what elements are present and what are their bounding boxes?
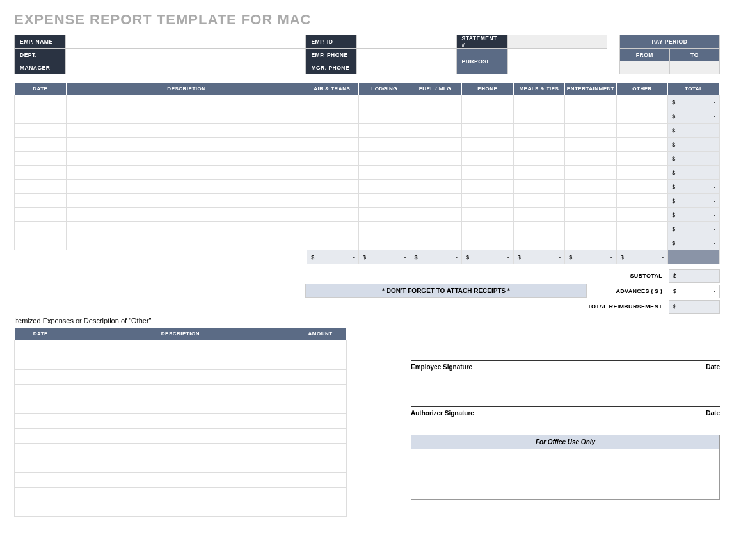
itemized-cell[interactable] [67,340,294,355]
expense-cell[interactable] [410,109,462,124]
expense-cell[interactable] [513,95,565,109]
expense-cell[interactable] [307,166,359,180]
itemized-cell[interactable] [15,444,67,458]
expense-cell[interactable] [513,109,565,124]
expense-cell[interactable] [513,166,565,180]
expense-cell[interactable] [565,180,617,194]
itemized-cell[interactable] [67,429,294,444]
expense-cell[interactable] [15,138,67,152]
expense-cell[interactable] [66,166,307,180]
expense-cell[interactable] [66,236,307,250]
expense-cell[interactable] [307,124,359,138]
expense-cell[interactable] [358,124,410,138]
expense-cell[interactable] [462,124,514,138]
itemized-cell[interactable] [15,385,67,399]
statement-input[interactable] [507,35,607,49]
itemized-cell[interactable] [15,488,67,502]
expense-cell[interactable] [358,109,410,124]
expense-cell[interactable] [565,194,617,208]
itemized-cell[interactable] [294,488,347,502]
itemized-cell[interactable] [15,414,67,429]
itemized-cell[interactable] [294,385,347,399]
itemized-cell[interactable] [67,385,294,399]
expense-cell[interactable] [513,236,565,250]
itemized-cell[interactable] [294,502,347,517]
itemized-cell[interactable] [294,399,347,414]
expense-cell[interactable] [616,166,668,180]
itemized-cell[interactable] [67,444,294,458]
itemized-cell[interactable] [294,429,347,444]
expense-cell[interactable] [565,124,617,138]
expense-cell[interactable] [513,194,565,208]
emp-name-input[interactable] [66,35,306,49]
itemized-cell[interactable] [15,502,67,517]
itemized-cell[interactable] [294,355,347,370]
emp-phone-input[interactable] [357,49,456,61]
expense-cell[interactable] [616,180,668,194]
expense-cell[interactable] [15,152,67,166]
expense-cell[interactable] [462,180,514,194]
expense-cell[interactable] [66,124,307,138]
expense-cell[interactable] [513,208,565,222]
expense-cell[interactable] [565,236,617,250]
expense-cell[interactable] [410,138,462,152]
expense-cell[interactable] [410,208,462,222]
dept-input[interactable] [66,49,306,61]
expense-cell[interactable] [358,166,410,180]
expense-cell[interactable] [462,222,514,236]
expense-cell[interactable] [66,95,307,109]
authorizer-signature-line[interactable]: Authorizer SignatureDate [411,406,720,417]
expense-cell[interactable] [616,138,668,152]
itemized-cell[interactable] [294,340,347,355]
itemized-cell[interactable] [67,399,294,414]
expense-cell[interactable] [513,124,565,138]
itemized-cell[interactable] [67,370,294,385]
expense-cell[interactable] [358,138,410,152]
expense-cell[interactable] [410,236,462,250]
expense-cell[interactable] [462,152,514,166]
expense-cell[interactable] [307,152,359,166]
expense-cell[interactable] [565,138,617,152]
expense-cell[interactable] [462,236,514,250]
office-use-body[interactable] [411,449,719,499]
expense-cell[interactable] [66,109,307,124]
expense-cell[interactable] [616,222,668,236]
expense-cell[interactable] [565,166,617,180]
expense-cell[interactable] [66,138,307,152]
itemized-cell[interactable] [294,370,347,385]
expense-cell[interactable] [15,208,67,222]
itemized-cell[interactable] [294,444,347,458]
expense-cell[interactable] [616,194,668,208]
mgr-phone-input[interactable] [357,61,456,74]
expense-cell[interactable] [66,208,307,222]
expense-cell[interactable] [410,124,462,138]
expense-cell[interactable] [358,152,410,166]
expense-cell[interactable] [462,208,514,222]
expense-cell[interactable] [358,194,410,208]
expense-cell[interactable] [565,109,617,124]
expense-cell[interactable] [410,194,462,208]
itemized-cell[interactable] [15,370,67,385]
itemized-cell[interactable] [15,355,67,370]
expense-cell[interactable] [358,222,410,236]
expense-cell[interactable] [462,95,514,109]
itemized-cell[interactable] [15,399,67,414]
itemized-cell[interactable] [15,458,67,473]
expense-cell[interactable] [307,138,359,152]
expense-cell[interactable] [66,194,307,208]
purpose-input[interactable] [507,49,607,74]
manager-input[interactable] [66,61,306,74]
expense-cell[interactable] [410,180,462,194]
expense-cell[interactable] [410,166,462,180]
expense-cell[interactable] [358,95,410,109]
from-input[interactable] [619,61,669,74]
expense-cell[interactable] [358,208,410,222]
itemized-cell[interactable] [15,429,67,444]
itemized-cell[interactable] [67,502,294,517]
expense-cell[interactable] [15,95,67,109]
expense-cell[interactable] [616,95,668,109]
expense-cell[interactable] [307,222,359,236]
itemized-cell[interactable] [67,473,294,488]
expense-cell[interactable] [307,109,359,124]
expense-cell[interactable] [616,124,668,138]
